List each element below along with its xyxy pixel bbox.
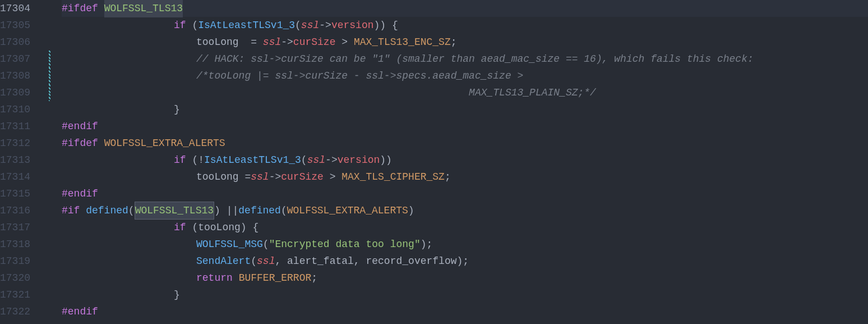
indent [62,152,174,168]
token: = [239,34,263,51]
gutter: 1730417305173061730717308173091731017311… [0,0,50,320]
token: "Encrypted data too long" [269,236,421,253]
token: curSize [293,34,336,51]
token: } [174,101,180,118]
token: -> [319,17,331,34]
token: IsAtLeastTLSv1_3 [204,152,301,168]
token: MAX_TLS_CIPHER_SZ [341,168,445,185]
indent [62,168,196,185]
token: if [174,152,186,168]
code-line[interactable]: #ifdef WOLFSSL_EXTRA_ALERTS [62,135,868,152]
code-line[interactable]: } [62,101,868,118]
token: return [196,270,233,286]
token: WOLFSSL_EXTRA_ALERTS [104,135,225,152]
token: ssl [301,17,319,34]
code-line[interactable]: /*tooLong |= ssl->curSize - ssl->specs.a… [62,67,868,84]
code-line[interactable]: #endif [62,185,868,202]
line-number: 17317 [0,219,44,236]
line-number: 17319 [0,253,44,270]
code-line[interactable]: if (!IsAtLeastTLSv1_3(ssl->version)) [62,152,868,168]
token: MAX_TLS13_PLAIN_SZ;*/ [196,84,596,101]
indent [62,219,174,236]
token: ( [301,152,307,168]
token: WOLFSSL_MSG [196,236,263,253]
token: SendAlert [196,253,251,270]
token: WOLFSSL_TLS13 [104,0,183,17]
code-line[interactable]: } [62,286,868,303]
line-number: 17321 [0,286,44,303]
token: if [174,17,186,34]
token: #ifdef [62,135,98,152]
token [233,270,239,286]
code-line[interactable]: #endif [62,118,868,135]
token: ssl [307,152,325,168]
token: WOLFSSL_TLS13 [135,202,214,220]
code-editor[interactable]: 1730417305173061730717308173091731017311… [0,0,868,320]
indent [62,17,174,34]
token: ssl [257,253,275,270]
token: ( [281,202,287,219]
token: ssl [263,34,281,51]
indent [62,270,196,286]
token: MAX_TLS13_ENC_SZ [354,34,451,51]
token: BUFFER_ERROR [239,270,312,286]
code-line[interactable]: SendAlert(ssl, alert_fatal, record_overf… [62,253,868,270]
indent [62,253,196,270]
token: ; [445,168,451,185]
code-line[interactable]: WOLFSSL_MSG("Encrypted data too long"); [62,236,868,253]
token: ) [408,202,414,219]
indent [62,34,196,51]
code-line[interactable]: tooLong = ssl->curSize > MAX_TLS_CIPHER_… [62,168,868,185]
token [80,202,86,219]
code-line[interactable]: tooLong = ssl->curSize > MAX_TLS13_ENC_S… [62,34,868,51]
token: ( [251,253,257,270]
token: #if [62,202,80,219]
token: > [324,168,341,185]
token [98,0,104,17]
token: )) { [374,17,398,34]
token: > [335,34,353,51]
code-area[interactable]: #ifdef WOLFSSL_TLS13if (IsAtLeastTLSv1_3… [50,0,868,320]
indent [62,84,196,101]
token: #endif [62,118,98,135]
token: curSize [281,168,324,185]
token: -> [269,168,281,185]
line-number: 17318 [0,236,44,253]
line-number: 17314 [0,168,44,185]
token: version [338,152,380,168]
token: )) [380,152,392,168]
line-number: 17322 [0,303,44,320]
token: ! [198,152,204,168]
line-number: 17304 [0,0,44,17]
code-line[interactable]: #if defined(WOLFSSL_TLS13) || defined(WO… [62,202,868,219]
token: ); [421,236,433,253]
token: #endif [62,303,98,320]
line-number: 17313 [0,152,44,168]
line-number: 17315 [0,185,44,202]
token: defined [86,202,128,219]
indent [62,286,174,303]
token: ( [186,152,198,168]
code-line[interactable]: #ifdef WOLFSSL_TLS13 [62,0,868,17]
token: IsAtLeastTLSv1_3 [198,17,295,34]
token: -> [325,152,338,168]
indent [62,101,174,118]
token: tooLong [196,34,239,51]
token: defined [238,202,281,219]
line-number: 17306 [0,34,44,51]
line-number: 17309 [0,84,44,101]
line-number: 17305 [0,17,44,34]
token: if [174,219,186,236]
code-line[interactable]: // HACK: ssl->curSize can be "1" (smalle… [62,51,868,67]
code-line[interactable]: #endif [62,303,868,320]
code-line[interactable]: if (IsAtLeastTLSv1_3(ssl->version)) { [62,17,868,34]
line-number: 17310 [0,101,44,118]
token: (tooLong) { [186,219,259,236]
token: ( [128,202,135,219]
token: WOLFSSL_EXTRA_ALERTS [287,202,408,219]
code-line[interactable]: MAX_TLS13_PLAIN_SZ;*/ [62,84,868,101]
token: #endif [62,185,98,202]
code-line[interactable]: if (tooLong) { [62,219,868,236]
line-number: 17308 [0,67,44,84]
code-line[interactable]: return BUFFER_ERROR; [62,270,868,286]
